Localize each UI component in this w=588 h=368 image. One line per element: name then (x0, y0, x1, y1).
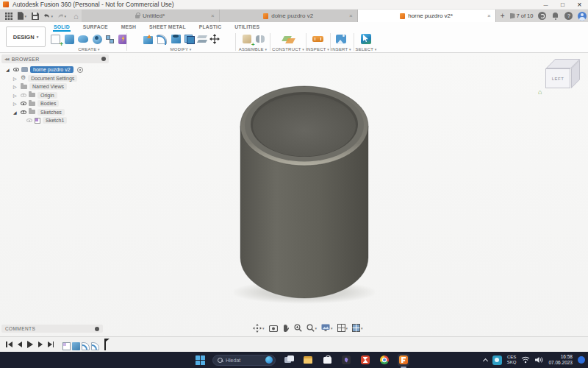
visibility-eye-icon[interactable] (21, 93, 26, 97)
select-cursor-icon[interactable] (360, 33, 372, 45)
fillet-icon[interactable] (157, 33, 168, 45)
construct-dropdown[interactable]: CONSTRUCT (272, 47, 304, 52)
browser-close-icon[interactable] (101, 57, 106, 61)
tree-item-label[interactable]: Document Settings (28, 75, 77, 82)
fusion-360-taskbar-button[interactable] (398, 354, 409, 366)
wifi-icon[interactable] (521, 356, 530, 364)
select-dropdown[interactable]: SELECT (356, 47, 377, 52)
tab-solid[interactable]: SOLID (53, 24, 71, 31)
tree-item-document-settings[interactable]: ▷ ⚙ Document Settings (0, 74, 110, 83)
home-tab-icon[interactable]: ⌂ (74, 12, 79, 21)
minimize-button[interactable] (537, 0, 554, 10)
tree-item-label[interactable]: Named Views (29, 83, 67, 90)
task-view-button[interactable] (283, 354, 295, 366)
tab-close-icon[interactable]: × (211, 13, 215, 19)
timeline-fillet-feature-2[interactable] (91, 342, 99, 350)
step-forward-button[interactable] (38, 342, 43, 347)
file-explorer-button[interactable] (302, 354, 314, 366)
undo-icon[interactable]: ▾ (44, 12, 53, 21)
search-input[interactable] (226, 358, 262, 363)
view-cube-home-icon[interactable]: ⌂ (538, 88, 542, 96)
expand-icon[interactable]: ◢ (13, 110, 18, 115)
data-panel-icon[interactable] (4, 12, 13, 21)
start-button[interactable] (196, 355, 205, 365)
display-settings-icon[interactable]: ▾ (321, 324, 333, 332)
expand-icon[interactable]: ▷ (13, 93, 18, 98)
look-at-icon[interactable] (269, 325, 278, 332)
tray-clock[interactable]: 16:58 07.06.2023 (548, 354, 573, 366)
modify-dropdown[interactable]: MODIFY (171, 47, 192, 52)
close-button[interactable] (571, 0, 588, 10)
volume-icon[interactable] (535, 356, 543, 364)
zoom-window-icon[interactable]: ▾ (306, 324, 318, 332)
user-avatar[interactable] (578, 12, 587, 21)
orbit-icon[interactable]: ▾ (253, 324, 265, 333)
tree-item-label[interactable]: Sketch1 (43, 117, 67, 124)
visibility-eye-icon[interactable] (21, 102, 26, 105)
job-status-icon[interactable] (538, 12, 546, 20)
expand-icon[interactable]: ◢ (6, 67, 11, 72)
taskbar-search[interactable] (212, 355, 276, 366)
tree-item-label[interactable]: Bodies (37, 100, 59, 107)
visibility-eye-icon[interactable] (26, 118, 32, 122)
expand-icon[interactable]: ▷ (13, 76, 18, 81)
step-back-button[interactable] (18, 342, 22, 347)
grid-settings-icon[interactable]: ▾ (337, 324, 348, 332)
save-icon[interactable] (31, 12, 40, 21)
pattern-icon[interactable] (105, 35, 115, 44)
notifications-icon[interactable] (551, 12, 559, 20)
file-menu-icon[interactable]: ▾ (18, 12, 26, 21)
new-tab-button[interactable]: + (501, 12, 505, 20)
form-icon[interactable] (77, 33, 89, 45)
tree-item-label[interactable]: Sketches (37, 109, 65, 116)
tab-close-icon[interactable]: × (349, 13, 353, 19)
go-to-end-button[interactable] (48, 342, 54, 347)
timeline-sketch-feature[interactable] (62, 342, 71, 350)
view-cube[interactable]: LEFT ⌂ (538, 56, 585, 99)
tab-plastic[interactable]: PLASTIC (198, 24, 222, 31)
visibility-eye-icon[interactable] (13, 68, 19, 71)
go-to-start-button[interactable] (6, 342, 12, 347)
obsidian-app-button[interactable] (340, 354, 352, 366)
comments-close-icon[interactable] (95, 327, 99, 331)
move-copy-icon[interactable] (209, 34, 220, 44)
expand-icon[interactable]: ▷ (13, 84, 18, 89)
extrude-icon[interactable] (63, 33, 75, 45)
tree-item-origin[interactable]: ▷ Origin (0, 91, 110, 100)
chrome-button[interactable] (379, 354, 390, 366)
tree-item-sketches[interactable]: ◢ Sketches (0, 108, 110, 117)
tray-app-icon[interactable] (492, 355, 502, 365)
red-app-button[interactable] (359, 354, 371, 366)
tree-item-label[interactable]: horne puzdro v2 (30, 66, 74, 73)
create-sketch-icon[interactable] (49, 33, 61, 45)
play-button[interactable] (27, 341, 33, 348)
hidden-icons-chevron[interactable] (483, 358, 488, 363)
insert-image-icon[interactable] (335, 33, 347, 45)
tree-item-bodies[interactable]: ▷ Bodies (0, 99, 110, 108)
viewports-icon[interactable]: ▾ (352, 324, 363, 332)
combine-icon[interactable] (184, 35, 195, 44)
timeline-fillet-feature[interactable] (82, 342, 90, 350)
construction-plane-icon[interactable] (283, 35, 294, 44)
maximize-button[interactable] (554, 0, 571, 10)
inspect-dropdown[interactable]: INSPECT (306, 47, 329, 52)
help-icon[interactable] (564, 12, 573, 20)
measure-icon[interactable] (312, 33, 323, 45)
viewport-canvas[interactable]: ◀◀ BROWSER ◢ horne puzdro v2 ▷ ⚙ Documen… (0, 53, 588, 336)
tree-item-named-views[interactable]: ▷ Named Views (0, 82, 110, 91)
workspace-selector[interactable]: DESIGN▾ (6, 26, 46, 47)
press-pull-icon[interactable] (143, 33, 154, 45)
view-cube-front-face[interactable]: LEFT (545, 68, 570, 88)
language-indicator[interactable]: CES SKQ (507, 355, 517, 365)
create-dropdown[interactable]: CREATE (78, 47, 99, 52)
model-body[interactable] (234, 74, 375, 308)
timeline-marker[interactable] (101, 339, 109, 350)
tab-untitled[interactable]: Untitled* × (82, 10, 220, 22)
expand-icon[interactable]: ▷ (13, 101, 18, 106)
tab-pager[interactable]: 7 of 10 (510, 13, 534, 19)
shell-icon[interactable] (171, 33, 182, 45)
zoom-icon[interactable] (294, 324, 302, 332)
tab-utilities[interactable]: UTILITIES (234, 24, 260, 31)
offset-faces-icon[interactable] (197, 35, 207, 43)
timeline-extrude-feature[interactable] (72, 342, 80, 350)
